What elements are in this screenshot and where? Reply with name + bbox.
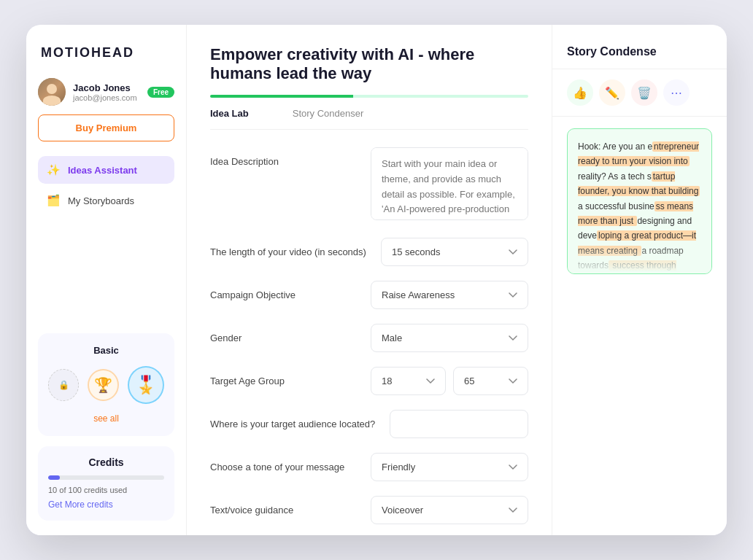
- edit-button[interactable]: ✏️: [599, 79, 625, 106]
- main-content: Empower creativity with AI - where human…: [187, 25, 552, 535]
- badges-row: 🔒 🏆 🎖️: [48, 366, 164, 404]
- story-text-box: Hook: Are you an entrepreneur ready to t…: [567, 128, 712, 274]
- storyboards-icon: 🗂️: [47, 194, 61, 207]
- credits-title: Credits: [48, 456, 164, 468]
- get-more-credits-link[interactable]: Get More credits: [48, 499, 113, 510]
- min-age-select[interactable]: 18 25 35: [371, 367, 446, 395]
- more-button[interactable]: ⋯: [663, 79, 690, 106]
- form-row-gender: Gender Male Female All: [210, 324, 528, 352]
- gender-label: Gender: [210, 324, 356, 343]
- user-card: Jacob Jones jacob@jones.com Free: [38, 78, 174, 106]
- credits-bar-background: [48, 475, 164, 480]
- credits-used-text: 10 of 100 credits used: [48, 486, 164, 494]
- credits-bar-fill: [48, 475, 60, 480]
- audience-location-input[interactable]: [390, 410, 528, 438]
- campaign-objective-label: Campaign Objective: [210, 281, 356, 300]
- story-actions: 👍 ✏️ 🗑️ ⋯: [552, 69, 727, 117]
- gender-select[interactable]: Male Female All: [371, 324, 528, 352]
- sidebar-item-label: Ideas Assistant: [68, 165, 137, 176]
- target-age-control: 18 25 35 65 45 55: [371, 367, 528, 395]
- tone-select[interactable]: Friendly Professional Casual: [371, 453, 528, 481]
- voice-guidance-control: Voiceover Text overlay Both: [371, 496, 528, 524]
- sidebar: MOTIOHEAD Jacob Jones jacob@jones.com Fr…: [26, 25, 187, 535]
- trophy-icon: 🏆: [94, 376, 112, 394]
- age-group-row: 18 25 35 65 45 55: [371, 367, 528, 395]
- user-name: Jacob Jones: [73, 82, 140, 93]
- idea-description-control: [371, 147, 528, 223]
- sidebar-item-label: My Storyboards: [68, 195, 134, 206]
- app-container: MOTIOHEAD Jacob Jones jacob@jones.com Fr…: [26, 25, 727, 535]
- idea-description-input[interactable]: [371, 147, 528, 220]
- main-header: Empower creativity with AI - where human…: [187, 25, 552, 130]
- campaign-objective-select[interactable]: Raise Awareness Drive Engagement Generat…: [371, 281, 528, 309]
- app-logo: MOTIOHEAD: [38, 45, 174, 61]
- campaign-objective-control: Raise Awareness Drive Engagement Generat…: [371, 281, 528, 309]
- target-age-label: Target Age Group: [210, 367, 356, 386]
- story-panel-title: Story Condense: [552, 25, 727, 69]
- voice-guidance-select[interactable]: Voiceover Text overlay Both: [371, 496, 528, 524]
- tab-story-condenser[interactable]: Story Condenser: [293, 95, 408, 129]
- delete-button[interactable]: 🗑️: [631, 79, 657, 106]
- user-email: jacob@jones.com: [73, 93, 140, 102]
- form-row-audience-location: Where is your target audience located?: [210, 410, 528, 438]
- tone-label: Choose a tone of your message: [210, 453, 356, 472]
- tab-idea-lab[interactable]: Idea Lab: [210, 95, 293, 129]
- credits-card: Credits 10 of 100 credits used Get More …: [38, 446, 174, 521]
- form-row-tone: Choose a tone of your message Friendly P…: [210, 453, 528, 481]
- story-text: Hook: Are you an entrepreneur ready to t…: [578, 141, 700, 274]
- tone-control: Friendly Professional Casual: [371, 453, 528, 481]
- ideas-icon: ✨: [47, 163, 61, 176]
- audience-location-control: [390, 410, 528, 438]
- tabs-container: Idea Lab Story Condenser: [210, 95, 528, 130]
- gender-control: Male Female All: [371, 324, 528, 352]
- lock-icon: 🔒: [58, 380, 69, 390]
- form-row-video-length: The length of your video (in seconds) 15…: [210, 238, 528, 266]
- buy-premium-button[interactable]: Buy Premium: [38, 114, 174, 141]
- video-length-select[interactable]: 15 seconds 30 seconds 60 seconds 90 seco…: [381, 238, 528, 266]
- form-row-voice-guidance: Text/voice guidance Voiceover Text overl…: [210, 496, 528, 524]
- story-condenser-panel: Story Condense 👍 ✏️ 🗑️ ⋯ Hook: Are you a…: [552, 25, 727, 535]
- badge-trophy: 🏆: [88, 369, 118, 401]
- badges-title: Basic: [48, 345, 164, 356]
- audience-location-label: Where is your target audience located?: [210, 410, 375, 429]
- page-title: Empower creativity with AI - where human…: [210, 45, 528, 83]
- user-info: Jacob Jones jacob@jones.com: [73, 82, 140, 102]
- sidebar-item-my-storyboards[interactable]: 🗂️ My Storyboards: [38, 187, 174, 214]
- like-button[interactable]: 👍: [567, 79, 593, 106]
- form-row-target-age: Target Age Group 18 25 35 65 45 55: [210, 367, 528, 395]
- story-content: Hook: Are you an entrepreneur ready to t…: [552, 117, 727, 535]
- plan-badge: Free: [147, 87, 174, 98]
- idea-description-label: Idea Description: [210, 147, 356, 167]
- badge-locked-1: 🔒: [48, 369, 79, 401]
- form-area: Idea Description The length of your vide…: [187, 130, 552, 535]
- sidebar-item-ideas-assistant[interactable]: ✨ Ideas Assistant: [38, 156, 174, 184]
- video-length-label: The length of your video (in seconds): [210, 238, 366, 257]
- voice-guidance-label: Text/voice guidance: [210, 496, 356, 516]
- avatar: [38, 78, 66, 106]
- video-length-control: 15 seconds 30 seconds 60 seconds 90 seco…: [381, 238, 528, 266]
- form-row-campaign-objective: Campaign Objective Raise Awareness Drive…: [210, 281, 528, 309]
- medal-icon: 🎖️: [135, 375, 157, 395]
- see-all-link[interactable]: see all: [93, 413, 119, 424]
- badges-card: Basic 🔒 🏆 🎖️ see all: [38, 333, 174, 436]
- badge-active: 🎖️: [128, 366, 164, 404]
- max-age-select[interactable]: 65 45 55: [453, 367, 528, 395]
- form-row-idea-description: Idea Description: [210, 147, 528, 223]
